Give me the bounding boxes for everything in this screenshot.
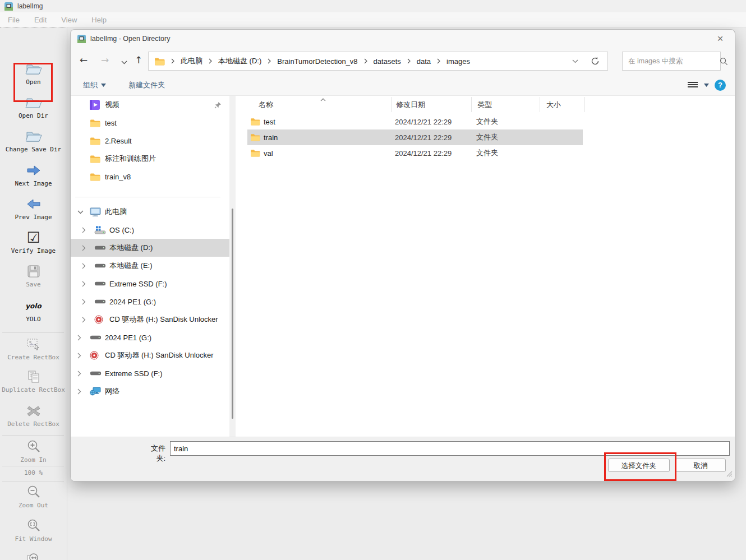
cancel-button[interactable]: 取消 [675,459,726,472]
next-image-label: Next Image [15,180,52,187]
tree-item-drive-c[interactable]: OS (C:) [71,221,229,239]
tree-item-extreme-ssd-f[interactable]: Extreme SSD (F:) [71,275,229,293]
menu-help[interactable]: Help [91,16,107,24]
folder-icon [154,57,165,66]
tree-item-label: 2024 PE1 (G:) [105,334,151,342]
column-header-type[interactable]: 类型 [472,97,540,112]
app-window: labelImg File Edit View Help Open Open D… [0,0,746,560]
resize-grip[interactable] [726,469,733,479]
tree-item-test[interactable]: test [71,114,229,132]
menu-view[interactable]: View [61,16,77,24]
tree-item-label: 本地磁盘 (D:) [109,243,153,253]
breadcrumb-drive-d[interactable]: 本地磁盘 (D:) [218,56,261,66]
red-annotation-box-select-folder [604,452,676,481]
help-icon[interactable]: ? [715,80,726,91]
chevron-collapsed-icon[interactable] [82,263,94,269]
tree-item-network[interactable]: 网络 [71,382,229,400]
file-date: 2024/12/21 22:29 [390,133,471,142]
app-title: labelImg [17,2,43,10]
toolbar-divider [2,435,64,436]
verify-image-button[interactable]: ☑ Verify Image [0,230,67,254]
save-label: Save [26,281,41,288]
next-image-button[interactable]: Next Image [0,163,67,187]
tree-item-this-pc[interactable]: 此电脑 [71,203,229,221]
file-row-train[interactable]: train 2024/12/21 22:29 文件夹 [247,129,583,145]
organize-button[interactable]: 组织 [83,80,106,90]
file-name: test [264,118,390,126]
prev-image-button[interactable]: Prev Image [0,196,67,221]
tree-item-label: 此电脑 [105,207,127,217]
menu-edit[interactable]: Edit [34,16,47,24]
file-type: 文件夹 [471,117,539,127]
dialog-toolbar: 组织 新建文件夹 ? [71,76,735,95]
change-save-dir-button[interactable]: Change Save Dir [0,128,67,153]
tree-item-label: OS (C:) [109,226,134,234]
sort-ascending-icon [320,95,326,103]
tree-item-videos[interactable]: 视频 [71,96,229,114]
tree-item-label: 2.Result [105,137,132,145]
dialog-titlebar[interactable]: labelImg - Open Directory × [71,30,735,48]
tree-separator [75,197,220,197]
chevron-collapsed-icon[interactable] [77,353,90,359]
pin-icon [214,101,222,109]
tree-item-label: train_v8 [105,173,131,181]
file-date: 2024/12/21 22:29 [390,149,471,158]
tree-item-2024-pe1-g[interactable]: 2024 PE1 (G:) [71,293,229,311]
chevron-collapsed-icon[interactable] [82,245,94,251]
search-icon[interactable] [720,57,728,66]
search-input[interactable] [623,57,720,66]
folder-icon [250,133,260,141]
drive-icon [90,371,102,376]
view-mode-chevron-icon[interactable] [704,84,709,87]
column-header-date[interactable]: 修改日期 [392,97,472,112]
chevron-collapsed-icon[interactable] [77,335,90,341]
yolo-format-toggle[interactable]: yolo YOLO [0,298,67,323]
breadcrumb-braintumordetection[interactable]: BrainTumorDetection_v8 [277,57,357,66]
tree-scrollbar[interactable] [229,96,236,438]
windows-drive-icon [94,226,107,234]
recent-locations-chevron-icon[interactable] [117,53,131,68]
breadcrumb-separator-icon [209,58,212,64]
breadcrumb-datasets[interactable]: datasets [374,57,401,66]
breadcrumb-this-pc[interactable]: 此电脑 [181,56,202,66]
chevron-expanded-icon[interactable] [77,210,90,214]
column-header-size[interactable]: 大小 [540,97,585,112]
refresh-icon[interactable] [591,57,600,66]
tree-item-drive-e[interactable]: 本地磁盘 (E:) [71,257,229,275]
breadcrumb-data[interactable]: data [417,57,431,66]
tree-item-cd-drive-h[interactable]: CD 驱动器 (H:) SanDisk Unlocker [71,311,229,328]
chevron-collapsed-icon[interactable] [82,299,94,305]
chevron-collapsed-icon[interactable] [82,227,94,233]
tree-item-2024-pe1-g-root[interactable]: 2024 PE1 (G:) [71,328,229,346]
address-bar[interactable]: 此电脑 本地磁盘 (D:) BrainTumorDetection_v8 dat… [148,52,608,71]
search-box[interactable] [622,52,721,71]
address-dropdown-chevron-icon[interactable] [572,59,578,63]
view-mode-icon[interactable] [687,81,698,89]
fit-window-button: Fit Window [0,518,67,543]
toolbar-divider [2,466,64,466]
chevron-collapsed-icon[interactable] [82,281,94,287]
folder-icon [250,149,260,157]
new-folder-button[interactable]: 新建文件夹 [128,80,165,90]
file-row-val[interactable]: val 2024/12/21 22:29 文件夹 [247,145,583,161]
chevron-collapsed-icon[interactable] [82,317,94,323]
tree-item-extreme-ssd-f-root[interactable]: Extreme SSD (F:) [71,364,229,382]
close-icon[interactable]: × [713,32,727,45]
up-button[interactable]: ↑ [131,53,146,67]
back-button[interactable]: ← [76,53,91,67]
menu-file[interactable]: File [8,16,20,24]
forward-button: → [98,53,112,67]
delete-rectbox-button: Delete RectBox [0,403,67,428]
chevron-collapsed-icon[interactable] [77,371,90,377]
breadcrumb-images[interactable]: images [446,57,470,66]
tree-item-cd-drive-h-root[interactable]: CD 驱动器 (H:) SanDisk Unlocker [71,346,229,364]
tree-item-train-v8[interactable]: train_v8 [71,168,229,186]
tree-item-drive-d[interactable]: 本地磁盘 (D:) [71,239,229,257]
scrollbar-thumb[interactable] [232,209,233,419]
chevron-collapsed-icon[interactable] [77,388,90,395]
file-type: 文件夹 [471,132,539,142]
file-row-test[interactable]: test 2024/12/21 22:29 文件夹 [247,114,583,129]
tree-item-2result[interactable]: 2.Result [71,132,229,150]
tree-item-annotation-images[interactable]: 标注和训练图片 [71,150,229,168]
column-header-name[interactable]: 名称 [236,97,392,112]
